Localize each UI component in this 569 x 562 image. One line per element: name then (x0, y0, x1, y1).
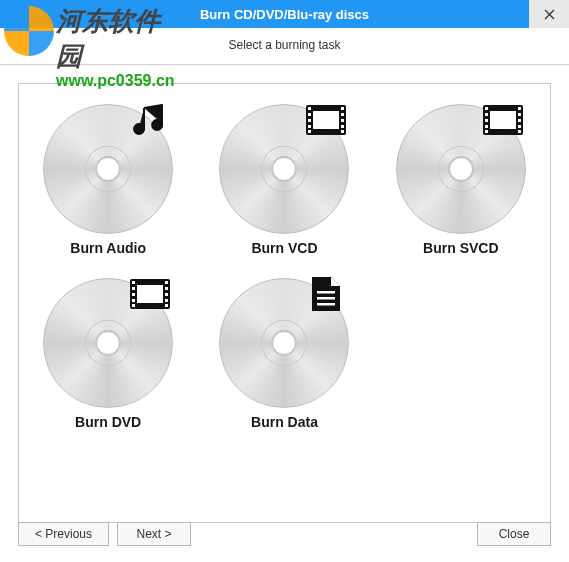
svg-rect-29 (132, 287, 135, 290)
music-icon (129, 102, 171, 138)
film-icon (129, 276, 171, 312)
svg-point-0 (135, 125, 145, 133)
svg-rect-8 (308, 130, 311, 133)
svg-rect-33 (165, 281, 168, 284)
svg-rect-11 (341, 119, 344, 122)
film-icon (482, 102, 524, 138)
subtitle: Select a burning task (0, 28, 569, 65)
window-close-button[interactable] (529, 0, 569, 28)
task-grid: Burn Audio Burn VCD (29, 98, 540, 436)
svg-point-1 (153, 122, 163, 130)
window-title: Burn CD/DVD/Blu-ray discs (200, 7, 369, 22)
svg-rect-22 (518, 113, 521, 116)
svg-rect-10 (341, 113, 344, 116)
svg-rect-19 (485, 125, 488, 128)
titlebar: Burn CD/DVD/Blu-ray discs (0, 0, 569, 28)
svg-rect-28 (132, 281, 135, 284)
footer: < Previous Next > Close (18, 522, 551, 546)
close-icon (544, 9, 555, 20)
svg-rect-30 (132, 293, 135, 296)
svg-rect-21 (518, 107, 521, 110)
svg-rect-9 (341, 107, 344, 110)
svg-rect-18 (485, 119, 488, 122)
svg-rect-37 (165, 304, 168, 307)
task-label: Burn SVCD (423, 240, 498, 256)
film-icon (305, 102, 347, 138)
svg-rect-12 (341, 125, 344, 128)
svg-rect-32 (132, 304, 135, 307)
task-label: Burn Data (251, 414, 318, 430)
task-label: Burn DVD (75, 414, 141, 430)
svg-rect-13 (341, 130, 344, 133)
svg-rect-4 (308, 107, 311, 110)
svg-rect-39 (317, 297, 335, 300)
task-label: Burn Audio (70, 240, 146, 256)
svg-rect-7 (308, 125, 311, 128)
svg-rect-17 (485, 113, 488, 116)
previous-button[interactable]: < Previous (18, 522, 109, 546)
document-icon (305, 276, 347, 312)
svg-rect-31 (132, 299, 135, 302)
svg-rect-40 (317, 303, 335, 306)
close-button[interactable]: Close (477, 522, 551, 546)
svg-rect-36 (165, 299, 168, 302)
svg-rect-5 (308, 113, 311, 116)
svg-rect-34 (165, 287, 168, 290)
svg-rect-25 (518, 130, 521, 133)
content-panel: Burn Audio Burn VCD (18, 83, 551, 523)
task-burn-vcd[interactable]: Burn VCD (205, 98, 363, 262)
task-burn-data[interactable]: Burn Data (205, 272, 363, 436)
svg-rect-20 (485, 130, 488, 133)
svg-rect-15 (490, 111, 516, 129)
svg-rect-23 (518, 119, 521, 122)
task-burn-svcd[interactable]: Burn SVCD (382, 98, 540, 262)
task-burn-audio[interactable]: Burn Audio (29, 98, 187, 262)
task-label: Burn VCD (251, 240, 317, 256)
next-button[interactable]: Next > (117, 522, 191, 546)
svg-rect-38 (317, 291, 335, 294)
svg-rect-3 (313, 111, 339, 129)
svg-rect-24 (518, 125, 521, 128)
svg-rect-35 (165, 293, 168, 296)
task-burn-dvd[interactable]: Burn DVD (29, 272, 187, 436)
svg-rect-16 (485, 107, 488, 110)
svg-rect-6 (308, 119, 311, 122)
svg-rect-27 (137, 285, 163, 303)
